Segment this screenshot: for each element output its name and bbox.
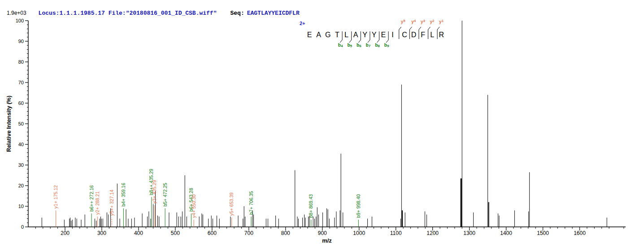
fragment-peak-label: y3+ 435.29 [152,180,157,203]
b-ion-label: b7 [366,43,371,48]
x-axis-title: m/z [322,237,332,244]
y-tick-label: 60 [18,100,24,106]
y-ion-mark [399,27,401,39]
sequence-residue: E [381,31,386,39]
sequence-residue: G [325,31,331,39]
sequence-residue: Y [372,31,377,39]
x-tick-label: 1400 [500,230,512,236]
b-ion-label: b6 [357,43,361,48]
ms2-spectrum-plot: 2003004005006007008009001000110012001300… [0,0,644,252]
sequence-residue: Y [362,31,367,39]
b-ion-mark [377,31,379,43]
y-tick-label: 40 [18,142,24,147]
sequence-residue: T [335,31,339,39]
sequence-residue: I [392,31,393,39]
y-tick-label: 80 [18,59,24,65]
b-ion-mark [340,31,342,43]
x-tick-label: 1500 [537,230,549,236]
fragment-peak-label: y5++ 327.14 [109,190,114,216]
x-tick-label: 1200 [426,230,439,236]
y-ion-label: y5 [401,19,406,24]
y-tick-label: 50 [18,121,24,126]
x-tick-label: 800 [281,230,290,236]
b-ion-mark [358,31,361,43]
sequence-residue: D [411,31,417,39]
sequence-residue: L [344,31,348,39]
fragment-peak-label: y1+ 175.12 [53,185,58,209]
fragment-peak-label: b8+ 869.43 [308,194,313,218]
b-ion-mark [386,31,388,43]
y-tick-label: 20 [18,183,24,188]
x-tick-label: 1300 [463,230,475,236]
x-tick-label: 700 [244,230,253,236]
x-tick-label: 400 [134,230,143,236]
y-axis-title: Relative Intensity (%) [6,96,12,152]
b-ion-mark [349,31,352,43]
fragment-peak-label: y4+ 550.30 [191,194,196,217]
y-tick-label: 30 [18,162,24,168]
b-ion-label: b9 [384,43,389,48]
b-ion-mark [368,31,370,43]
fragment-peak-label: b5+ 472.25 [162,183,168,207]
b-ion-label: b8 [375,43,380,48]
fragment-peak-label: b4+ 359.16 [121,183,126,207]
y-ion-label: y3 [421,19,426,24]
x-tick-label: 500 [171,230,180,236]
fragment-peak-label: b6++ 272.16 [89,185,94,212]
b-ion-label: b5 [347,43,352,48]
x-tick-label: 1100 [390,230,402,236]
y-tick-label: 100 [16,18,24,23]
x-tick-label: 1000 [353,230,365,236]
x-tick-label: 900 [318,230,327,236]
y-ion-label: y4 [411,19,416,24]
sequence-residue: F [421,31,425,39]
fragment-peak-label: y5+ 653.39 [229,192,234,216]
fragment-peak-label: y2+ 288.21 [95,191,100,215]
sequence-residue: C [402,31,407,39]
fragment-peak-label: b9+ 998.40 [356,194,361,218]
y-ion-label: y2 [430,19,435,24]
sequence-residue: A [353,31,358,39]
x-tick-label: 600 [208,230,217,236]
x-tick-label: 300 [97,230,106,236]
y-tick-label: 10 [18,204,24,209]
x-tick-label: 200 [61,230,70,236]
sequence-residue: E [307,31,312,39]
sequence-residue: A [316,31,321,39]
y-tick-label: 70 [18,80,24,85]
y-tick-label: 90 [18,39,24,44]
sequence-residue: L [430,31,434,39]
precursor-charge: 2+ [300,21,305,26]
b-ion-label: b4 [338,43,343,48]
fragment-peak-label: b7+ 706.35 [248,191,254,215]
sequence-residue: R [439,31,444,39]
y-tick-label: 0 [21,224,24,230]
x-tick-label: 1600 [574,230,586,236]
y-ion-label: y1 [439,19,444,24]
